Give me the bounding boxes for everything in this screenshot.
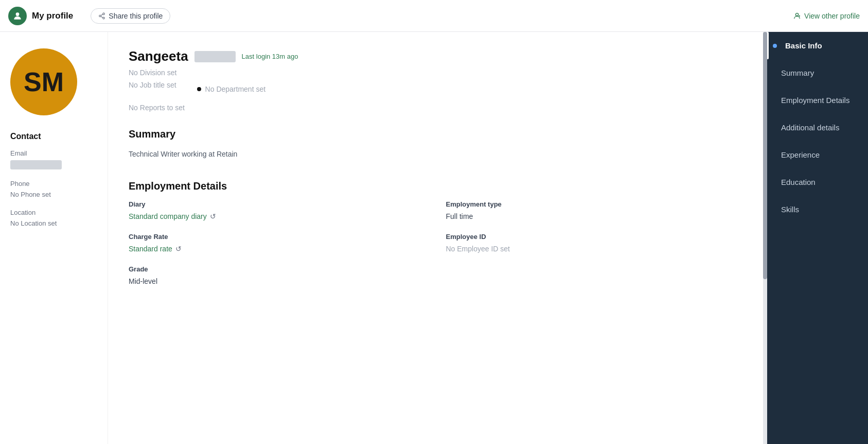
employment-type-value: Full time [446,212,743,220]
phone-value: No Phone set [10,191,97,198]
scrollbar-track[interactable] [763,32,767,444]
charge-rate-value-row: Standard rate ↺ [129,245,426,253]
employment-type-field: Employment type Full time [446,200,743,220]
nav-active-dot [773,44,777,48]
no-department: No Department set [205,85,266,93]
topbar: My profile Share this profile View other… [0,0,868,32]
nav-item-additional-details[interactable]: Additional details [767,114,868,141]
charge-rate-history-icon[interactable]: ↺ [175,245,182,253]
share-profile-label: Share this profile [109,12,163,20]
share-profile-button[interactable]: Share this profile [91,8,170,24]
profile-name-row: Sangeeta Last login 13m ago [129,48,742,64]
contact-section-title: Contact [10,132,97,141]
email-label: Email [10,149,97,157]
my-profile-title: My profile [32,11,73,21]
grade-value: Mid-level [129,277,426,285]
no-reports: No Reports to set [129,104,742,112]
nav-additional-details-label: Additional details [781,123,839,132]
nav-summary-label: Summary [781,69,814,77]
no-division: No Division set [129,69,742,77]
employee-id-field: Employee ID No Employee ID set [446,233,743,253]
right-nav: Basic Info Summary Employment Details Ad… [767,32,868,444]
charge-rate-label: Charge Rate [129,233,426,241]
profile-header: Sangeeta Last login 13m ago No Division … [129,48,742,112]
charge-rate-value[interactable]: Standard rate [129,245,172,253]
diary-value-row: Standard company diary ↺ [129,212,426,220]
left-panel: SM Contact Email Phone No Phone set Loca… [0,32,108,444]
main-layout: SM Contact Email Phone No Phone set Loca… [0,32,868,444]
grade-field: Grade Mid-level [129,265,426,285]
avatar: SM [10,48,77,115]
charge-rate-field: Charge Rate Standard rate ↺ [129,233,426,253]
nav-item-skills[interactable]: Skills [767,196,868,223]
diary-value[interactable]: Standard company diary [129,212,207,220]
location-value: No Location set [10,219,97,227]
employment-grid: Diary Standard company diary ↺ Employmen… [129,200,742,285]
profile-name: Sangeeta [129,48,188,64]
nav-experience-label: Experience [781,150,820,159]
employment-section: Employment Details Diary Standard compan… [129,180,742,285]
summary-section: Summary Technical Writer working at Reta… [129,128,742,160]
no-job-title: No Job title set [129,81,176,89]
summary-title: Summary [129,128,742,140]
svg-point-3 [103,17,105,19]
bullet-dot [197,87,201,91]
content-area: Sangeeta Last login 13m ago No Division … [108,32,763,444]
svg-line-5 [101,14,103,15]
avatar-initials: SM [24,66,64,97]
topbar-left: My profile Share this profile [8,7,170,25]
employment-title: Employment Details [129,180,742,192]
employee-id-value: No Employee ID set [446,245,743,253]
svg-point-6 [795,13,798,15]
summary-text: Technical Writer working at Retain [129,148,742,160]
employee-id-label: Employee ID [446,233,743,241]
phone-label: Phone [10,180,97,187]
nav-item-experience[interactable]: Experience [767,141,868,168]
name-redacted [194,51,236,62]
view-other-profile-button[interactable]: View other profile [793,12,860,20]
svg-point-0 [16,12,20,16]
svg-point-1 [103,13,105,15]
diary-field: Diary Standard company diary ↺ [129,200,426,220]
topbar-right: View other profile [793,12,860,20]
diary-history-icon[interactable]: ↺ [210,212,216,220]
location-label: Location [10,209,97,216]
nav-item-summary[interactable]: Summary [767,59,868,87]
view-other-label: View other profile [804,12,860,20]
nav-basic-info-label: Basic Info [785,41,822,50]
scrollbar-thumb[interactable] [763,32,767,279]
nav-skills-label: Skills [781,205,799,214]
nav-item-education[interactable]: Education [767,168,868,196]
svg-point-2 [99,15,101,17]
grade-label: Grade [129,265,426,273]
last-login: Last login 13m ago [242,53,298,60]
nav-employment-details-label: Employment Details [781,96,849,105]
diary-label: Diary [129,200,426,208]
profile-icon [8,7,27,25]
center-scroll-wrap: Sangeeta Last login 13m ago No Division … [108,32,767,444]
job-dept-row: No Job title set No Department set [129,81,742,97]
nav-item-basic-info[interactable]: Basic Info [767,32,868,59]
email-redacted [10,160,62,169]
nav-item-employment-details[interactable]: Employment Details [767,87,868,114]
department-bullet: No Department set [197,85,266,93]
employment-type-label: Employment type [446,200,743,208]
nav-education-label: Education [781,178,816,186]
svg-line-4 [101,16,103,17]
